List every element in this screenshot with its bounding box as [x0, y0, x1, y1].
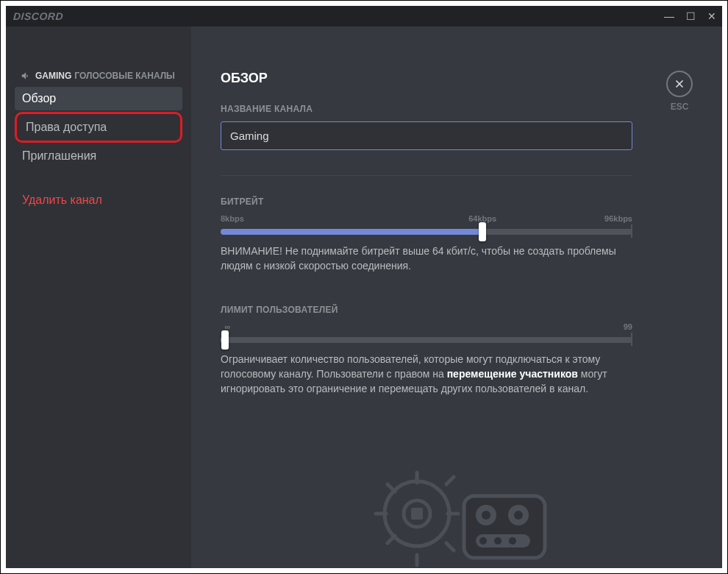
close-esc-group: ESC [666, 71, 693, 112]
channel-name-label: НАЗВАНИЕ КАНАЛА [221, 104, 632, 114]
settings-sidebar: GAMING ГОЛОСОВЫЕ КАНАЛЫ Обзор Права дост… [6, 26, 191, 568]
window-controls: — ☐ ✕ [664, 10, 716, 22]
close-icon [674, 78, 685, 90]
bitrate-tick-max: 96kbps [604, 214, 632, 223]
annotation-highlight: Права доступа [15, 112, 182, 143]
close-window-button[interactable]: ✕ [707, 10, 716, 22]
sidebar-item-delete-channel[interactable]: Удалить канал [15, 188, 182, 212]
userlimit-hint: Ограничивает количество пользователей, к… [221, 352, 632, 397]
sidebar-channel-header: GAMING ГОЛОСОВЫЕ КАНАЛЫ [15, 71, 182, 87]
sidebar-item-permissions[interactable]: Права доступа [18, 116, 179, 139]
userlimit-tick-max: 99 [624, 322, 632, 331]
svg-point-9 [479, 537, 487, 545]
svg-point-7 [514, 511, 523, 520]
sidebar-item-label: Удалить канал [22, 194, 102, 206]
sidebar-item-label: Приглашения [22, 149, 96, 162]
sidebar-item-invites[interactable]: Приглашения [15, 144, 182, 168]
minimize-button[interactable]: — [664, 10, 674, 22]
userlimit-label: ЛИМИТ ПОЛЬЗОВАТЕЛЕЙ [221, 305, 632, 315]
channel-name-input[interactable] [221, 121, 632, 150]
esc-label: ESC [666, 102, 693, 112]
bitrate-slider[interactable]: 8kbps 64kbps 96kbps [221, 214, 632, 235]
settings-content: ESC ОБЗОР НАЗВАНИЕ КАНАЛА БИТРЕЙТ 8kbps [191, 26, 722, 568]
sidebar-item-label: Права доступа [26, 121, 107, 133]
channel-name: GAMING [35, 71, 71, 81]
svg-point-5 [482, 511, 490, 520]
titlebar: DISCORD — ☐ ✕ [6, 6, 722, 26]
svg-point-11 [509, 537, 516, 545]
bitrate-thumb[interactable] [479, 222, 486, 241]
svg-point-10 [494, 537, 502, 545]
page-title: ОБЗОР [221, 71, 632, 86]
channel-type-label: ГОЛОСОВЫЕ КАНАЛЫ [74, 71, 175, 81]
speaker-icon [21, 71, 31, 81]
close-settings-button[interactable] [666, 71, 693, 97]
svg-rect-3 [464, 496, 545, 558]
sidebar-item-label: Обзор [22, 92, 56, 104]
bitrate-hint: ВНИМАНИЕ! Не поднимайте битрейт выше 64 … [221, 244, 632, 274]
bitrate-label: БИТРЕЙТ [221, 196, 632, 207]
channel-name-section: НАЗВАНИЕ КАНАЛА [221, 104, 632, 150]
userlimit-slider[interactable]: ∞ 99 [221, 322, 632, 343]
brand-logo: DISCORD [13, 10, 64, 22]
bitrate-section: БИТРЕЙТ 8kbps 64kbps 96kbps [221, 196, 632, 274]
userlimit-thumb[interactable] [221, 330, 229, 350]
divider [221, 175, 632, 176]
decorative-illustration [354, 462, 560, 568]
userlimit-section: ЛИМИТ ПОЛЬЗОВАТЕЛЕЙ ∞ 99 [221, 305, 632, 397]
bitrate-tick-min: 8kbps [221, 214, 244, 223]
app-window: DISCORD — ☐ ✕ GAMING ГОЛОСОВЫЕ КАНАЛЫ Об… [6, 6, 722, 568]
maximize-button[interactable]: ☐ [686, 10, 696, 22]
svg-rect-2 [411, 508, 423, 520]
sidebar-item-overview[interactable]: Обзор [15, 87, 182, 110]
